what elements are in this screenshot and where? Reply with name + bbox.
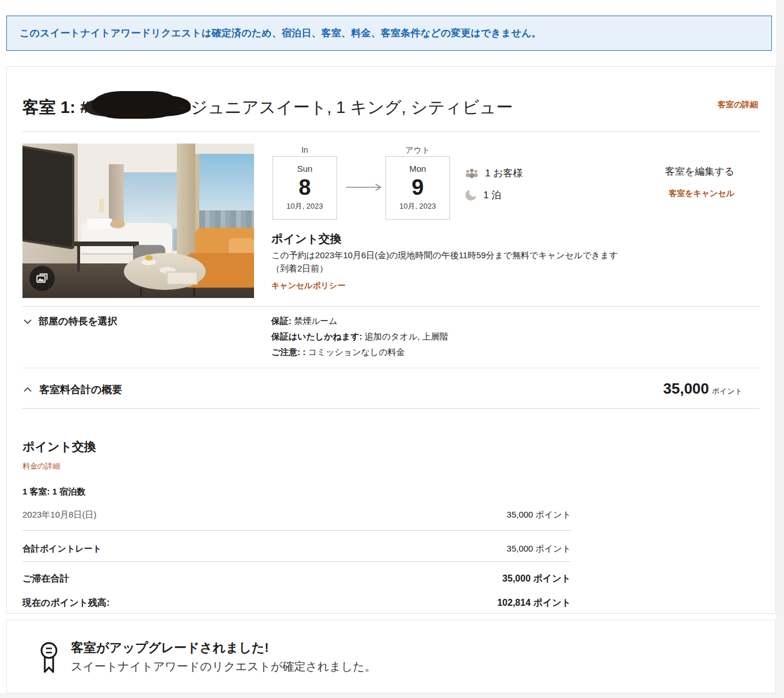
divider	[22, 530, 571, 531]
checkin-weekday: Sun	[297, 164, 313, 173]
moon-icon	[465, 189, 477, 201]
note-value: コミッションなしの料金	[308, 347, 405, 357]
checkin-label: In	[272, 145, 337, 154]
nights-text: 1 泊	[483, 188, 501, 202]
total-rate-value: 35,000 ポイント	[507, 544, 571, 554]
guaranteed-value: 禁煙ルーム	[294, 316, 338, 326]
arrow-right-icon	[346, 183, 384, 191]
guests-row: 1 お客様	[465, 167, 523, 180]
cancellation-text-line2: （到着2日前）	[271, 263, 328, 274]
checkout-month-year: 10月, 2023	[399, 201, 436, 212]
summary-total-points: 35,000	[663, 380, 709, 397]
checkin-month-year: 10月, 2023	[286, 201, 323, 212]
rate-name: ポイント交換	[271, 231, 342, 247]
rooms-nights-label: 1 客室: 1 宿泊数	[22, 486, 85, 497]
summary-heading: 客室料合計の概要	[39, 383, 122, 397]
notice-banner: このスイートナイトアワードリクエストは確定済のため、宿泊日、客室、料金、客室条件…	[6, 16, 772, 51]
stay-total-value: 35,000 ポイント	[502, 573, 571, 585]
checkout-day: 9	[411, 178, 423, 197]
guests-text: 1 お客様	[485, 167, 523, 180]
breakdown-date-value: 35,000 ポイント	[507, 510, 571, 520]
occupancy: 1 お客様 1 泊	[465, 167, 523, 202]
divider	[22, 561, 571, 562]
page-gutter-right	[776, 0, 784, 698]
photo-shape-pillow	[110, 220, 125, 228]
photo-shape-fruit	[145, 255, 153, 261]
breakdown-heading: ポイント交換	[22, 439, 96, 455]
photo-shape-box	[166, 271, 198, 285]
divider	[22, 131, 760, 132]
cancellation-text-line1: この予約は2023年10月6日(金)の現地時間の午後11時59分まで無料でキャン…	[271, 250, 618, 261]
upgrade-banner: 客室がアップグレードされました! スイートナイトアワードのリクエストが確定されま…	[6, 620, 776, 693]
checkout-label: アウト	[385, 145, 450, 156]
breakdown-row-total-rate: 合計ポイントレート 35,000 ポイント	[22, 544, 571, 554]
total-rate-label: 合計ポイントレート	[22, 544, 101, 554]
page: このスイートナイトアワードリクエストは確定済のため、宿泊日、客室、料金、客室条件…	[0, 0, 784, 698]
page-gutter-bottom	[0, 693, 784, 698]
checkout-date-card: Mon 9 10月, 2023	[385, 156, 450, 220]
divider	[22, 368, 760, 368]
room-card: 客室 1: #- ジュニアスイート, 1 キング, シティビュー 客室の詳細	[6, 66, 776, 614]
chevron-up-icon	[23, 386, 32, 393]
points-balance-label: 現在のポイント残高:	[22, 597, 109, 609]
chevron-down-icon	[23, 318, 32, 325]
room-title-suffix: - ジュニアスイート, 1 キング, シティビュー	[180, 98, 513, 116]
points-balance-value: 102,814 ポイント	[497, 597, 571, 609]
photo-shape-desk	[74, 242, 139, 246]
nights-row: 1 泊	[465, 188, 523, 202]
summary-points-unit: ポイント	[712, 387, 743, 395]
photo-shape-pillow	[87, 218, 112, 229]
checkin-day: 8	[298, 178, 310, 197]
note-label: ご注意: :	[271, 347, 306, 357]
divider	[22, 306, 760, 307]
not-guaranteed-label: 保証はいたしかねます:	[271, 331, 362, 341]
photo-shape-tv	[22, 148, 72, 247]
checkin-date-card: Sun 8 10月, 2023	[272, 156, 337, 220]
room-photo[interactable]	[22, 144, 254, 298]
room-details-link[interactable]: 客室の詳細	[718, 100, 758, 110]
upgrade-title: 客室がアップグレードされました!	[71, 639, 269, 657]
cancel-room-link[interactable]: 客室をキャンセル	[669, 188, 734, 199]
room-features-toggle-label: 部屋の特長を選択	[39, 315, 118, 328]
stay-total-label: ご滞在合計	[22, 573, 69, 585]
divider	[22, 408, 760, 409]
guaranteed-label: 保証:	[271, 316, 291, 326]
room-features-toggle[interactable]: 部屋の特長を選択	[23, 315, 118, 328]
summary-total: 35,000ポイント	[663, 380, 743, 398]
upgrade-subtitle: スイートナイトアワードのリクエストが確定されました。	[71, 659, 376, 674]
photo-shape-table-legs	[140, 288, 195, 297]
breakdown-row-date: 2023年10月8日(日) 35,000 ポイント	[22, 510, 571, 520]
edit-room-link[interactable]: 客室を編集する	[665, 165, 734, 178]
room-title-prefix: 客室 1: #	[22, 98, 89, 116]
cancel-policy-link[interactable]: キャンセルポリシー	[271, 281, 346, 291]
photos-glyph	[35, 271, 49, 285]
breakdown-row-points-balance: 現在のポイント残高: 102,814 ポイント	[22, 597, 571, 609]
gallery-icon[interactable]	[29, 266, 55, 291]
summary-toggle[interactable]: 客室料合計の概要	[23, 383, 122, 397]
note-line: ご注意: : コミッションなしの料金	[271, 344, 448, 360]
award-ribbon-icon	[37, 641, 61, 676]
guests-icon	[465, 168, 479, 179]
breakdown-row-stay-total: ご滞在合計 35,000 ポイント	[22, 573, 571, 585]
checkout-weekday: Mon	[409, 164, 426, 173]
guaranteed-line: 保証: 禁煙ルーム	[271, 313, 448, 329]
room-title: 客室 1: #- ジュニアスイート, 1 キング, シティビュー	[22, 91, 513, 119]
photo-shape-pillar	[177, 144, 195, 265]
not-guaranteed-line: 保証はいたしかねます: 追加のタオル, 上層階	[271, 329, 448, 344]
room-feature-list: 保証: 禁煙ルーム 保証はいたしかねます: 追加のタオル, 上層階 ご注意: :…	[271, 313, 448, 360]
rate-details-link[interactable]: 料金の詳細	[22, 461, 60, 471]
notice-text: このスイートナイトアワードリクエストは確定済のため、宿泊日、客室、料金、客室条件…	[20, 27, 541, 40]
photo-shape-lamp	[99, 199, 104, 213]
not-guaranteed-value: 追加のタオル, 上層階	[365, 331, 448, 341]
confirmation-number-redacted	[92, 91, 179, 119]
breakdown-date-label: 2023年10月8日(日)	[22, 510, 96, 520]
